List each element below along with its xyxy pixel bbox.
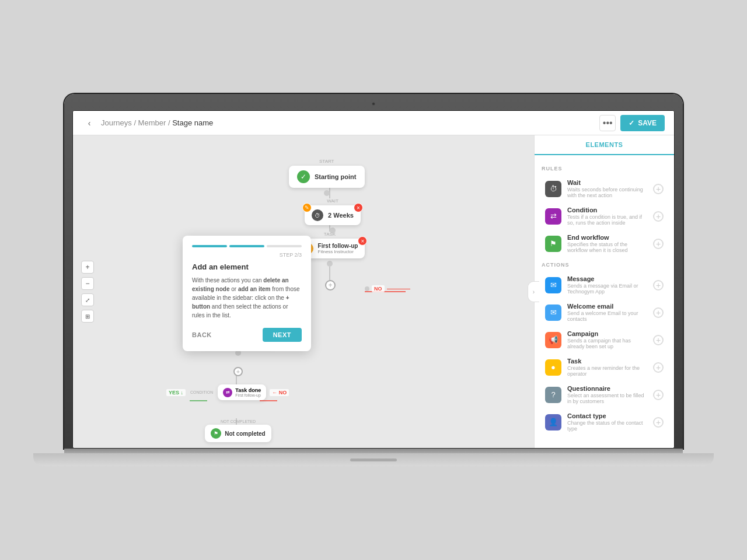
wait-icon: ⏱ <box>312 209 323 221</box>
contact-type-add-button[interactable]: + <box>653 417 664 428</box>
contact-type-icon: 👤 <box>545 414 561 430</box>
tutorial-actions: BACK NEXT <box>192 328 302 342</box>
save-check-icon: ✓ <box>629 119 634 127</box>
message-action-icon: ✉ <box>545 277 561 293</box>
step-indicators <box>192 245 302 247</box>
start-connector <box>324 190 330 196</box>
panel-item-condition[interactable]: ⇄ Condition Tests if a condition is true… <box>542 202 667 230</box>
tutorial-title: Add an element <box>192 262 302 271</box>
panel-item-contact-type[interactable]: 👤 Contact type Change the status of the … <box>542 408 667 436</box>
panel-collapse-button[interactable]: › <box>528 281 539 302</box>
panel-content: RULES ⏱ Wait Waits seconds before contin… <box>535 155 674 448</box>
tab-elements[interactable]: ELEMENTS <box>535 135 674 155</box>
followup1-delete-btn[interactable]: × <box>358 236 367 246</box>
zoom-controls: + − ⤢ ⊞ <box>81 261 94 323</box>
panel-item-questionnaire[interactable]: ? Questionnaire Select an assessment to … <box>542 381 667 408</box>
condition-add-button[interactable]: + <box>653 211 664 222</box>
end-workflow-icon: ⚑ <box>545 236 561 252</box>
add-button-1[interactable]: + <box>325 280 336 290</box>
condition2-row: YES ↓ CONDITION ⇄ Task done First follow… <box>166 384 289 400</box>
welcome-email-icon: ✉ <box>545 304 561 321</box>
step-label: STEP 2/3 <box>192 252 302 258</box>
task-add-button[interactable]: + <box>653 362 664 373</box>
wait-edit-btn[interactable]: ✎ <box>302 203 312 212</box>
panel-item-message[interactable]: ✉ Message Sends a message via Email or T… <box>542 271 667 299</box>
end-workflow-add-button[interactable]: + <box>653 239 664 249</box>
panel-item-welcome-email[interactable]: ✉ Welcome email Send a welcome Email to … <box>542 299 667 326</box>
panel-item-task[interactable]: ● Task Creates a new reminder for the op… <box>542 354 667 381</box>
questionnaire-add-button[interactable]: + <box>653 390 664 400</box>
right-panel: › ELEMENTS RULES ⏱ <box>534 135 674 448</box>
panel-item-end-workflow[interactable]: ⚑ End workflow Specifies the status of t… <box>542 230 667 257</box>
wait-node[interactable]: WAIT × ✎ ⏱ 2 Weeks <box>298 198 368 233</box>
wait-add-button[interactable]: + <box>653 184 664 194</box>
tutorial-next-button[interactable]: NEXT <box>263 328 302 342</box>
zoom-in-button[interactable]: + <box>81 261 94 274</box>
start-node[interactable]: START ✓ Starting point <box>289 159 365 196</box>
actions-section-title: ACTIONS <box>542 262 667 268</box>
campaign-add-button[interactable]: + <box>653 335 664 345</box>
task-done-2[interactable]: ⇄ Task done First follow-up <box>218 384 266 400</box>
panel-item-campaign[interactable]: 📢 Campaign Sends a campaign that has alr… <box>542 326 667 354</box>
add-button-2[interactable]: + <box>233 367 243 376</box>
questionnaire-icon: ? <box>545 387 561 403</box>
condition-rule-icon: ⇄ <box>545 208 561 225</box>
more-button[interactable]: ••• <box>599 115 616 131</box>
tutorial-back-button[interactable]: BACK <box>192 331 212 338</box>
tutorial-popup: STEP 2/3 Add an element With these actio… <box>183 236 311 351</box>
not-completed-icon: ⚑ <box>211 428 221 439</box>
no-label-row: NO <box>365 285 410 292</box>
laptop-screen: ‹ Journeys / Member / Stage name ••• <box>72 110 675 449</box>
message-add-button[interactable]: + <box>653 280 664 290</box>
start-icon: ✓ <box>297 170 310 183</box>
save-button[interactable]: ✓ SAVE <box>620 115 665 131</box>
campaign-icon: 📢 <box>545 332 561 348</box>
panel-item-wait[interactable]: ⏱ Wait Waits seconds before continuing w… <box>542 175 667 202</box>
flow-canvas: START ✓ Starting point WAIT <box>73 135 534 448</box>
wait-delete-btn[interactable]: × <box>354 203 363 212</box>
welcome-email-add-button[interactable]: + <box>653 307 664 318</box>
panel-tabs: ELEMENTS <box>535 135 674 155</box>
expand-button[interactable]: ⤢ <box>81 293 94 306</box>
wait-rule-icon: ⏱ <box>545 181 561 197</box>
grid-button[interactable]: ⊞ <box>81 310 94 323</box>
zoom-out-button[interactable]: − <box>81 277 94 290</box>
rules-section-title: RULES <box>542 166 667 172</box>
tutorial-text: With these actions you can delete an exi… <box>192 276 302 320</box>
task-action-icon: ● <box>545 359 561 376</box>
app-header: ‹ Journeys / Member / Stage name ••• <box>73 111 674 135</box>
not-completed-node[interactable]: NOT COMPLETED ⚑ Not completed <box>200 419 276 442</box>
back-button[interactable]: ‹ <box>82 116 96 130</box>
breadcrumb: Journeys / Member / Stage name <box>101 118 213 127</box>
